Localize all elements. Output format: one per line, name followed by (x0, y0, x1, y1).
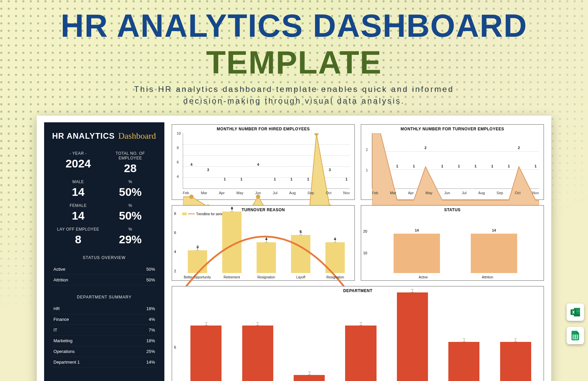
sidebar: HR ANALYTICS Dashboard - YEAR - 2024 TOT… (44, 122, 164, 381)
chart-hired: MONTHLY NUMBER FOR HIRED EMPLOYEES 10 8 … (172, 124, 355, 200)
page-header: HR ANALYTICS DASHBOARD TEMPLATE This HR … (0, 0, 588, 107)
chart-reason: TURNOVER REASON Trendline for series 1 8… (172, 205, 355, 281)
svg-point-4 (256, 195, 260, 199)
google-sheets-icon[interactable] (567, 327, 584, 344)
chart-hired-plot: 10 8 6 4 (175, 131, 352, 196)
total-block: TOTAL NO. OF EMPLOYEE 28 (104, 151, 156, 175)
page-subtitle: This HR analytics dashboard template ena… (0, 84, 588, 107)
page-title: HR ANALYTICS DASHBOARD TEMPLATE (0, 7, 588, 81)
chart-reason-bars: 3 8 4 5 4 (180, 212, 352, 273)
chart-status: STATUS 20 10 14 14 ActiveAttrition (361, 205, 544, 281)
male-block: MALE 14 (52, 179, 104, 199)
chart-department: DEPARTMENT 6 5 5 2 5 7 4 4 (172, 286, 544, 381)
dashboard-preview: HR ANALYTICS Dashboard - YEAR - 2024 TOT… (37, 116, 551, 381)
male-pct-block: % 50% (104, 179, 156, 199)
chart-turnover: MONTHLY NUMBER FOR TURNOVER EMPLOYEES 2 … (361, 124, 544, 200)
sidebar-title-script: Dashboard (118, 131, 156, 141)
title-main: HR ANALYTICS DASHBOARD (61, 8, 528, 43)
status-row: Active50% (52, 264, 156, 275)
dept-row: Department 114% (52, 357, 156, 368)
dept-row: Finance4% (52, 314, 156, 325)
chart-department-bars: 5 5 2 5 7 4 4 (180, 292, 542, 381)
excel-icon[interactable] (567, 303, 584, 321)
svg-point-8 (314, 133, 319, 135)
female-pct-block: % 50% (104, 203, 156, 222)
sidebar-title: HR ANALYTICS (52, 131, 115, 141)
dept-row: IT7% (52, 325, 156, 336)
layoff-block: LAY OFF EMPLOYEE 8 (52, 227, 104, 246)
dept-row: HR18% (52, 303, 156, 314)
layoff-pct-block: % 29% (104, 227, 156, 246)
download-badges (567, 303, 584, 344)
charts-area: MONTHLY NUMBER FOR HIRED EMPLOYEES 10 8 … (172, 122, 544, 381)
status-row: Attrition50% (52, 275, 156, 285)
female-block: FEMALE 14 (52, 203, 104, 222)
title-accent: TEMPLATE (206, 44, 382, 80)
status-overview-heading: STATUS OVERVIEW (52, 255, 156, 260)
svg-point-0 (189, 195, 193, 199)
dept-row: Marketing18% (52, 336, 156, 346)
year-block: - YEAR - 2024 (52, 151, 104, 175)
dept-summary-rows: HR18% Finance4% IT7% Marketing18% Operat… (52, 303, 156, 368)
chart-turnover-plot: 2 1 1 1 2 1 (364, 131, 541, 196)
dept-summary-heading: DEPARTMENT SUMMARY (52, 295, 156, 299)
chart-status-bars: 14 14 (369, 212, 542, 273)
status-overview-rows: Active50% Attrition50% (52, 264, 156, 285)
dept-row: Operations25% (52, 346, 156, 357)
